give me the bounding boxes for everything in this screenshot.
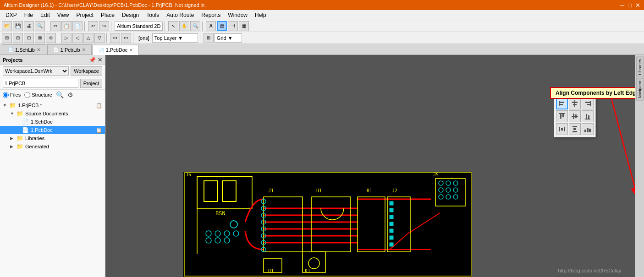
tooltip-text: Align Components by Left Edges (Shift+Ct… bbox=[556, 90, 635, 96]
align-chart-btn[interactable] bbox=[582, 123, 594, 135]
grid-dropdown[interactable]: Grid ▼ bbox=[215, 33, 242, 43]
panel-pin-btn[interactable]: 📌 bbox=[89, 57, 96, 63]
tb-btn-2[interactable]: 💾 bbox=[13, 21, 23, 31]
tb-btn-5[interactable]: ✂ bbox=[50, 21, 61, 31]
tb2-btn-5[interactable]: ⊕ bbox=[46, 33, 56, 43]
svg-rect-70 bbox=[590, 101, 591, 106]
align-right-btn[interactable] bbox=[582, 98, 594, 109]
project-button[interactable]: Project bbox=[80, 79, 102, 88]
svg-rect-48 bbox=[390, 222, 393, 226]
tb-btn-3[interactable]: 🖨 bbox=[24, 21, 34, 31]
files-radio[interactable] bbox=[3, 92, 9, 98]
menu-view[interactable]: View bbox=[54, 11, 73, 19]
tb-btn-redo[interactable]: ↪ bbox=[99, 21, 109, 31]
tb-btn-cursor[interactable]: ↖ bbox=[168, 21, 178, 31]
align-center-v-btn[interactable] bbox=[569, 110, 581, 122]
tree-label-1: Source Documents bbox=[25, 111, 68, 116]
standard-2d-dropdown[interactable]: Altium Standard 2D bbox=[115, 22, 163, 31]
tree-item-libraries[interactable]: ▶ 📁 Libraries bbox=[0, 134, 105, 142]
maximize-btn[interactable]: □ bbox=[628, 2, 632, 9]
workspace-select[interactable]: Workspace1.DsnWrk bbox=[3, 66, 69, 76]
tb2-btn-6[interactable]: ▷ bbox=[61, 33, 72, 43]
tab-pcblib[interactable]: 📄 1.PcbLib ✕ bbox=[47, 44, 92, 54]
align-bottom-btn[interactable] bbox=[582, 110, 594, 122]
close-btn[interactable]: ✕ bbox=[635, 2, 640, 9]
tb-btn-6[interactable]: 📋 bbox=[61, 21, 72, 31]
tb-btn-4[interactable]: 🔍 bbox=[35, 21, 45, 31]
tab-schlib-close[interactable]: ✕ bbox=[37, 47, 40, 52]
menu-place[interactable]: Place bbox=[97, 11, 118, 19]
menu-tools[interactable]: Tools bbox=[143, 11, 163, 19]
tree-item-schdoc[interactable]: 📄 1.SchDoc bbox=[0, 118, 105, 126]
menu-file[interactable]: File bbox=[21, 11, 37, 19]
tree-item-generated[interactable]: ▶ 📁 Generated bbox=[0, 142, 105, 151]
options-btn[interactable]: ⚙ bbox=[67, 91, 73, 98]
align-center-h-btn[interactable] bbox=[569, 98, 581, 109]
tb-btn-hand[interactable]: ✋ bbox=[179, 21, 189, 31]
tb-sep-5 bbox=[202, 22, 204, 31]
workspace-button[interactable]: Workspace bbox=[71, 66, 102, 76]
tb-btn-7[interactable]: 📄 bbox=[72, 21, 83, 31]
svg-rect-90 bbox=[589, 129, 591, 132]
align-left-btn[interactable] bbox=[556, 98, 568, 109]
layer-dropdown[interactable]: Top Layer ▼ bbox=[152, 33, 198, 43]
tb-btn-a[interactable]: A bbox=[206, 21, 216, 31]
files-radio-label[interactable]: Files bbox=[3, 92, 21, 98]
menu-design[interactable]: Design bbox=[118, 11, 143, 19]
panel-title: Projects bbox=[3, 57, 22, 63]
filter-btn[interactable]: 🔍 bbox=[56, 91, 64, 98]
tree-expand-0: ▼ bbox=[3, 103, 7, 108]
tb-btn-zoom[interactable]: 🔍 bbox=[190, 21, 200, 31]
tb2-btn-11[interactable]: ⊷ bbox=[121, 33, 131, 43]
tree-label-5: Generated bbox=[25, 144, 49, 149]
tb-btn-align-active[interactable]: ▤ bbox=[217, 21, 227, 31]
tb2-btn-grid[interactable]: ⊞ bbox=[204, 33, 214, 43]
svg-rect-75 bbox=[562, 114, 564, 117]
project-input[interactable] bbox=[3, 79, 78, 88]
tb2-btn-7[interactable]: ◁ bbox=[72, 33, 83, 43]
tb2-btn-3[interactable]: ⊡ bbox=[24, 33, 34, 43]
align-top-btn[interactable] bbox=[556, 110, 568, 122]
menu-window[interactable]: Window bbox=[224, 11, 251, 19]
tab-schlib[interactable]: 📄 1.SchLib ✕ bbox=[2, 44, 46, 54]
minimize-btn[interactable]: ─ bbox=[620, 2, 624, 9]
tb2-btn-9[interactable]: ▽ bbox=[94, 33, 105, 43]
menu-project[interactable]: Project bbox=[73, 11, 97, 19]
structure-radio-label[interactable]: Structure bbox=[24, 92, 52, 98]
menu-help[interactable]: Help bbox=[251, 11, 270, 19]
tb2-btn-10[interactable]: ⊶ bbox=[110, 33, 120, 43]
tab-pcbdoc-close[interactable]: ✕ bbox=[129, 48, 133, 53]
tab-pcbdoc-label: 1.PcbDoc bbox=[106, 47, 128, 53]
tb2-btn-8[interactable]: △ bbox=[83, 33, 94, 43]
canvas-area[interactable]: BSN J1 U1 R1 J2 J5 J6 K1 D1 bbox=[105, 55, 635, 277]
tree-item-project[interactable]: ▼ 📁 1.PrjPCB * 📋 bbox=[0, 101, 105, 109]
menu-reports[interactable]: Reports bbox=[198, 11, 224, 19]
menu-dxp[interactable]: DXP bbox=[2, 11, 21, 19]
tab-pcblib-close[interactable]: ✕ bbox=[82, 47, 86, 52]
tab-pcbdoc[interactable]: 📄 1.PcbDoc ✕ bbox=[93, 45, 139, 55]
distribute-h-btn[interactable] bbox=[556, 123, 568, 135]
tree-expand-4: ▶ bbox=[10, 136, 15, 141]
rsidebar-navigator[interactable]: Navigator bbox=[636, 78, 644, 101]
tb2-btn-1[interactable]: ⊞ bbox=[2, 33, 12, 43]
tb-btn-align3[interactable]: ▦ bbox=[239, 21, 249, 31]
tb-btn-align2[interactable]: ⊣ bbox=[228, 21, 238, 31]
structure-radio[interactable] bbox=[24, 92, 30, 98]
tb-btn-1[interactable]: 📂 bbox=[2, 21, 12, 31]
title-bar-controls[interactable]: ─ □ ✕ bbox=[620, 2, 640, 9]
svg-rect-82 bbox=[559, 127, 560, 131]
tb2-btn-2[interactable]: ⊟ bbox=[13, 33, 23, 43]
svg-rect-51 bbox=[390, 243, 393, 246]
panel-close-btn[interactable]: ✕ bbox=[98, 57, 102, 63]
rsidebar-libraries[interactable]: Libraries bbox=[636, 57, 644, 77]
tree-item-source[interactable]: ▼ 📁 Source Documents bbox=[0, 109, 105, 118]
tree-item-pcbdoc[interactable]: 📄 1.PcbDoc 📋 bbox=[0, 126, 105, 134]
tb2-sep-1 bbox=[58, 33, 60, 43]
tb2-btn-4[interactable]: ⊠ bbox=[35, 33, 45, 43]
distribute-v-btn[interactable] bbox=[569, 123, 581, 135]
tooltip-popup: Align Components by Left Edges (Shift+Ct… bbox=[550, 87, 635, 99]
svg-rect-80 bbox=[586, 114, 587, 119]
menu-autoroute[interactable]: Auto Route bbox=[163, 11, 198, 19]
tb-btn-undo[interactable]: ↩ bbox=[88, 21, 98, 31]
menu-edit[interactable]: Edit bbox=[37, 11, 54, 19]
